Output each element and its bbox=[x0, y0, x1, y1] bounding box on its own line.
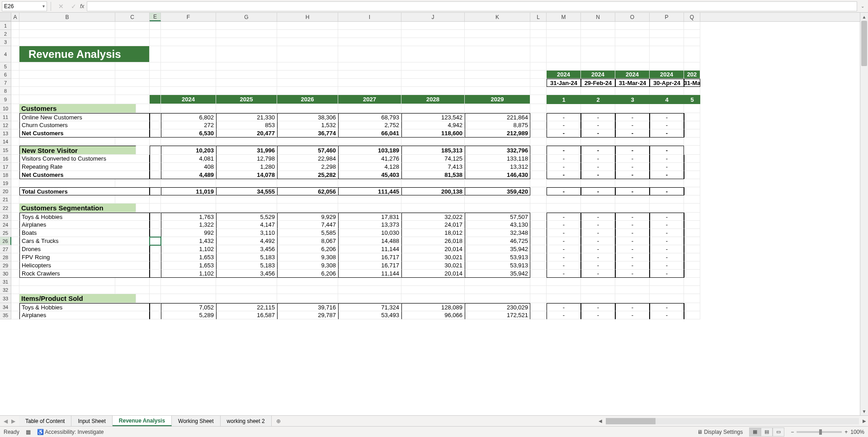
cell-I21[interactable] bbox=[338, 195, 401, 204]
cell-F34[interactable]: 7,052 bbox=[161, 303, 216, 311]
cell-E14[interactable] bbox=[150, 138, 161, 146]
cell-H34[interactable]: 39,716 bbox=[277, 303, 338, 311]
cell-Q21[interactable] bbox=[684, 195, 700, 204]
cell-G11[interactable]: 21,330 bbox=[216, 113, 277, 121]
cell-O20[interactable]: - bbox=[615, 187, 650, 195]
cell-B23[interactable]: Toys & Hobbies bbox=[19, 213, 150, 221]
cell-F22[interactable] bbox=[161, 204, 216, 213]
cell-K15[interactable]: 332,796 bbox=[465, 146, 530, 155]
cell-F4[interactable] bbox=[161, 46, 216, 62]
cell-N28[interactable]: - bbox=[581, 253, 615, 261]
cell-E18[interactable] bbox=[150, 171, 161, 179]
cell-F10[interactable] bbox=[161, 104, 216, 113]
cell-I28[interactable]: 16,717 bbox=[338, 253, 401, 261]
cell-K17[interactable]: 13,312 bbox=[465, 163, 530, 171]
row-header-23[interactable]: 23 bbox=[0, 213, 11, 221]
row-header-8[interactable]: 8 bbox=[0, 87, 11, 95]
cell-A28[interactable] bbox=[11, 253, 19, 261]
row-header-10[interactable]: 10 bbox=[0, 104, 11, 113]
cell-Q31[interactable] bbox=[684, 278, 700, 286]
accept-icon[interactable]: ✓ bbox=[69, 3, 78, 10]
cell-P28[interactable]: - bbox=[650, 253, 684, 261]
cell-B17[interactable]: Repeating Rate bbox=[19, 163, 150, 171]
cell-B30[interactable]: Rock Crawlers bbox=[19, 270, 150, 278]
cell-G30[interactable]: 3,456 bbox=[216, 270, 277, 278]
sheet-tab-table-of-content[interactable]: Table of Content bbox=[19, 416, 71, 426]
column-header-K[interactable]: K bbox=[465, 13, 530, 21]
cell-K12[interactable]: 8,875 bbox=[465, 121, 530, 129]
cell-Q6[interactable]: 202 bbox=[684, 71, 700, 79]
cell-N22[interactable] bbox=[581, 204, 615, 213]
cell-C5[interactable] bbox=[115, 62, 150, 71]
cell-G12[interactable]: 853 bbox=[216, 121, 277, 129]
cell-A8[interactable] bbox=[11, 87, 19, 95]
cell-K16[interactable]: 133,118 bbox=[465, 155, 530, 163]
cell-F5[interactable] bbox=[161, 62, 216, 71]
cell-L12[interactable] bbox=[530, 121, 547, 129]
cell-I17[interactable]: 4,128 bbox=[338, 163, 401, 171]
cell-M20[interactable]: - bbox=[547, 187, 581, 195]
cell-Q34[interactable] bbox=[684, 303, 700, 311]
cell-I15[interactable]: 103,189 bbox=[338, 146, 401, 155]
cell-J10[interactable] bbox=[401, 104, 465, 113]
cell-G22[interactable] bbox=[216, 204, 277, 213]
cell-J25[interactable]: 18,012 bbox=[401, 229, 465, 237]
cell-E25[interactable] bbox=[150, 229, 161, 237]
cell-P29[interactable]: - bbox=[650, 261, 684, 270]
cell-P30[interactable]: - bbox=[650, 270, 684, 278]
cell-A25[interactable] bbox=[11, 229, 19, 237]
cell-M14[interactable] bbox=[547, 138, 581, 146]
cell-B28[interactable]: FPV Rcing bbox=[19, 253, 150, 261]
cell-G3[interactable] bbox=[216, 38, 277, 46]
cell-P3[interactable] bbox=[650, 38, 684, 46]
row-header-9[interactable]: 9 bbox=[0, 95, 11, 104]
scroll-right-icon[interactable]: ▶ bbox=[861, 418, 868, 423]
cell-I24[interactable]: 13,373 bbox=[338, 221, 401, 229]
cell-L11[interactable] bbox=[530, 113, 547, 121]
cell-A11[interactable] bbox=[11, 113, 19, 121]
cell-F8[interactable] bbox=[161, 87, 216, 95]
cell-B14[interactable] bbox=[19, 138, 115, 146]
cell-O21[interactable] bbox=[615, 195, 650, 204]
cell-P7[interactable]: 30-Apr-24 bbox=[650, 79, 684, 87]
cell-A31[interactable] bbox=[11, 278, 19, 286]
cell-E22[interactable] bbox=[150, 204, 161, 213]
cell-K9[interactable]: 2029 bbox=[465, 95, 530, 104]
cell-H14[interactable] bbox=[277, 138, 338, 146]
cell-Q25[interactable] bbox=[684, 229, 700, 237]
cell-M32[interactable] bbox=[547, 286, 581, 294]
cell-N1[interactable] bbox=[581, 22, 615, 30]
cell-I33[interactable] bbox=[338, 294, 401, 303]
cell-P18[interactable]: - bbox=[650, 171, 684, 179]
cell-B16[interactable]: Visitors Converted to Customers bbox=[19, 155, 150, 163]
cell-H35[interactable]: 29,787 bbox=[277, 311, 338, 319]
cell-Q29[interactable] bbox=[684, 261, 700, 270]
cell-M19[interactable] bbox=[547, 179, 581, 187]
sheet-tab-working-sheet-2[interactable]: working sheet 2 bbox=[221, 416, 272, 426]
cell-J23[interactable]: 32,022 bbox=[401, 213, 465, 221]
cell-G17[interactable]: 1,280 bbox=[216, 163, 277, 171]
cell-B12[interactable]: Churn Customers bbox=[19, 121, 150, 129]
zoom-thumb[interactable] bbox=[819, 429, 822, 435]
cell-H32[interactable] bbox=[277, 286, 338, 294]
cell-B33[interactable]: Items/Product Sold bbox=[19, 294, 136, 303]
cell-O3[interactable] bbox=[615, 38, 650, 46]
column-header-C[interactable]: C bbox=[115, 13, 150, 21]
cell-K21[interactable] bbox=[465, 195, 530, 204]
cell-P26[interactable]: - bbox=[650, 237, 684, 245]
cell-N30[interactable]: - bbox=[581, 270, 615, 278]
cell-J13[interactable]: 118,600 bbox=[401, 129, 465, 138]
cell-M29[interactable]: - bbox=[547, 261, 581, 270]
cell-G19[interactable] bbox=[216, 179, 277, 187]
cell-N14[interactable] bbox=[581, 138, 615, 146]
cell-L19[interactable] bbox=[530, 179, 547, 187]
cell-F12[interactable]: 272 bbox=[161, 121, 216, 129]
cell-K10[interactable] bbox=[465, 104, 530, 113]
row-header-33[interactable]: 33 bbox=[0, 294, 11, 303]
zoom-in-button[interactable]: + bbox=[844, 429, 848, 435]
cell-M33[interactable] bbox=[547, 294, 581, 303]
cell-K3[interactable] bbox=[465, 38, 530, 46]
cell-F9[interactable]: 2024 bbox=[161, 95, 216, 104]
cell-Q33[interactable] bbox=[684, 294, 700, 303]
cell-O9[interactable]: 3 bbox=[615, 95, 650, 104]
